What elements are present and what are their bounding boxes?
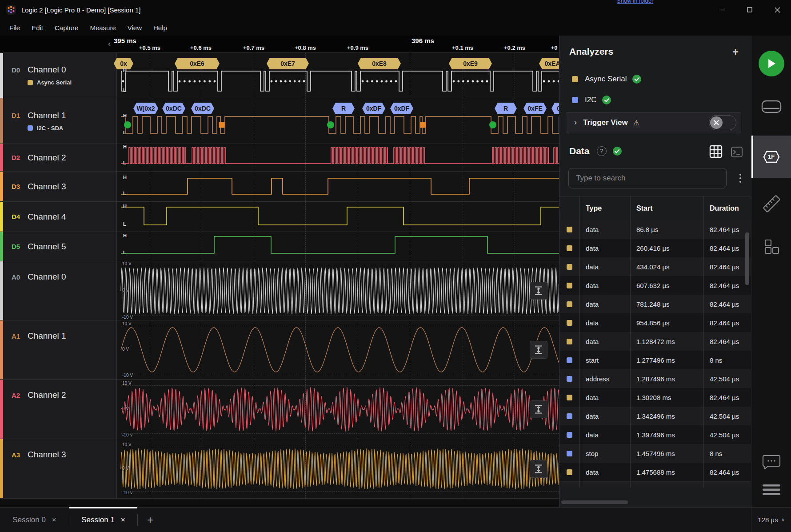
autoscale-button[interactable]	[530, 400, 547, 418]
menu-item-help[interactable]: Help	[148, 21, 173, 34]
table-row[interactable]: data86.8 µs82.464 µs	[559, 220, 751, 239]
table-vertical-scrollbar[interactable]	[745, 232, 749, 285]
table-horizontal-scrollbar[interactable]	[561, 500, 628, 504]
data-table-header[interactable]: Type Start Duration	[559, 196, 751, 220]
channel-label-A2[interactable]: A2Channel 2	[3, 380, 117, 439]
header-type[interactable]: Type	[579, 196, 630, 220]
table-row[interactable]: data1.342496 ms42.504 µs	[559, 407, 751, 425]
session-tab-0[interactable]: Session 0×	[0, 508, 69, 532]
channel-label-D1[interactable]: D1Channel 1I2C - SDA	[3, 98, 117, 144]
table-row[interactable]: data781.248 µs82.464 µs	[559, 295, 751, 313]
capture-mode-tab-active[interactable]: 1F	[751, 136, 791, 178]
menu-item-view[interactable]: View	[122, 21, 148, 34]
row-start-cell: 1.30208 ms	[630, 388, 703, 407]
menu-item-file[interactable]: File	[4, 21, 26, 34]
channel-row-A2[interactable]: A2Channel 2	[0, 380, 559, 439]
show-in-folder-link[interactable]: Show in folder	[617, 0, 653, 4]
timeline-back-chevron-icon[interactable]: ‹	[108, 39, 111, 48]
channel-label-D2[interactable]: D2Channel 2	[3, 144, 117, 171]
analyzer-item-async-serial[interactable]: Async Serial	[572, 75, 751, 84]
help-icon[interactable]: ?	[597, 146, 607, 156]
decoded-value-bubble[interactable]: 0xFE	[523, 103, 547, 114]
toggle-off-knob[interactable]	[710, 116, 723, 129]
timeline-ruler[interactable]: ‹ 395 ms396 ms+0.5 ms+0.6 ms+0.7 ms+0.8 …	[0, 36, 559, 53]
chevron-right-icon[interactable]: ›	[574, 118, 577, 127]
channel-waveform-area[interactable]: D0Channel 0Async SerialD1Channel 1I2C - …	[0, 53, 559, 499]
menu-item-edit[interactable]: Edit	[26, 21, 49, 34]
maximize-button[interactable]	[736, 0, 763, 20]
table-row[interactable]: data260.416 µs82.464 µs	[559, 239, 751, 257]
table-row[interactable]: data607.632 µs82.464 µs	[559, 276, 751, 295]
table-row[interactable]: stop1.457496 ms8 ns	[559, 444, 751, 463]
decoded-value-bubble[interactable]: 0xDF	[362, 103, 385, 114]
timing-status[interactable]: 128 µs ∧	[751, 508, 791, 532]
decoded-value-bubble[interactable]: R	[495, 103, 517, 114]
channel-label-A0[interactable]: A0Channel 0	[3, 261, 117, 320]
channel-row-D1[interactable]: D1Channel 1I2C - SDA	[0, 98, 559, 144]
decoded-value-bubble[interactable]: 0xE9	[449, 58, 492, 69]
table-row[interactable]: data1.128472 ms82.464 µs	[559, 332, 751, 351]
measurements-button[interactable]	[751, 194, 791, 213]
table-row[interactable]: data1.30208 ms82.464 µs	[559, 388, 751, 407]
close-button[interactable]	[763, 0, 791, 20]
table-row[interactable]: start1.277496 ms8 ns	[559, 351, 751, 369]
channel-label-D5[interactable]: D5Channel 5	[3, 232, 117, 261]
session-tab-1[interactable]: Session 1×	[69, 508, 137, 532]
feedback-chat-button[interactable]	[751, 452, 791, 472]
table-row[interactable]: address1.287496 ms42.504 µs	[559, 369, 751, 388]
channel-row-A1[interactable]: A1Channel 1	[0, 320, 559, 380]
analyzer-item-i2c[interactable]: I2C	[572, 96, 751, 104]
decoded-value-bubble[interactable]: 0xE6	[175, 58, 220, 69]
new-session-button[interactable]: +	[138, 508, 163, 532]
trigger-view-toggle[interactable]	[709, 115, 736, 130]
channel-row-D5[interactable]: D5Channel 5	[0, 232, 559, 261]
table-row[interactable]: data1.475688 ms82.464 µs	[559, 463, 751, 481]
channel-label-D4[interactable]: D4Channel 4	[3, 202, 117, 232]
row-swatch-cell	[559, 425, 579, 444]
decoded-value-bubble[interactable]: 0xDF	[390, 103, 413, 114]
channel-label-D3[interactable]: D3Channel 3	[3, 172, 117, 201]
row-start-cell: 1.128472 ms	[630, 332, 703, 351]
decoded-value-bubble[interactable]: R	[332, 103, 355, 114]
menu-item-capture[interactable]: Capture	[49, 21, 84, 34]
extensions-button[interactable]	[751, 237, 791, 256]
table-row[interactable]: data954.856 µs82.464 µs	[559, 313, 751, 332]
table-row[interactable]: data434.024 µs82.464 µs	[559, 257, 751, 276]
decoded-value-bubble[interactable]: 0xDC	[162, 103, 185, 114]
header-duration[interactable]: Duration	[703, 196, 751, 220]
channel-row-D4[interactable]: D4Channel 4	[0, 202, 559, 232]
start-capture-button[interactable]	[759, 51, 784, 76]
search-input[interactable]	[568, 168, 727, 188]
channel-label-A3[interactable]: A3Channel 3	[3, 439, 117, 498]
channel-row-D3[interactable]: D3Channel 3	[0, 172, 559, 202]
autoscale-button[interactable]	[530, 460, 547, 478]
decoded-value-bubble[interactable]: 0xDC	[191, 103, 214, 114]
decoded-value-bubble[interactable]: 0xEA	[539, 58, 559, 69]
close-icon[interactable]: ×	[121, 516, 125, 524]
channel-label-D0[interactable]: D0Channel 0Async Serial	[3, 53, 117, 98]
table-row[interactable]: data1.397496 ms42.504 µs	[559, 425, 751, 444]
main-menu-button[interactable]	[751, 480, 791, 500]
device-settings-button[interactable]	[751, 98, 791, 116]
row-duration-cell: 8 ns	[703, 351, 743, 369]
decoded-value-bubble[interactable]: W[0x2	[133, 103, 158, 114]
trigger-view-row[interactable]: › Trigger View ⚠	[566, 112, 741, 133]
autoscale-button[interactable]	[530, 282, 547, 300]
table-view-icon[interactable]	[709, 145, 723, 160]
channel-label-A1[interactable]: A1Channel 1	[3, 320, 117, 379]
channel-row-A3[interactable]: A3Channel 3	[0, 439, 559, 499]
decoded-value-bubble[interactable]: 0xE8	[358, 58, 401, 69]
minimize-button[interactable]	[708, 0, 736, 20]
add-analyzer-button[interactable]: +	[730, 46, 741, 58]
menu-item-measure[interactable]: Measure	[84, 21, 121, 34]
row-swatch-cell	[559, 257, 579, 276]
channel-row-D2[interactable]: D2Channel 2	[0, 144, 559, 172]
search-options-menu-icon[interactable]	[737, 171, 744, 185]
decoded-value-bubble[interactable]: 0xE7	[267, 58, 309, 69]
row-swatch-cell	[559, 220, 579, 239]
close-icon[interactable]: ×	[52, 516, 56, 524]
terminal-view-icon[interactable]	[731, 146, 743, 160]
header-start[interactable]: Start	[630, 196, 703, 220]
channel-row-A0[interactable]: A0Channel 0	[0, 261, 559, 320]
autoscale-button[interactable]	[530, 341, 547, 359]
